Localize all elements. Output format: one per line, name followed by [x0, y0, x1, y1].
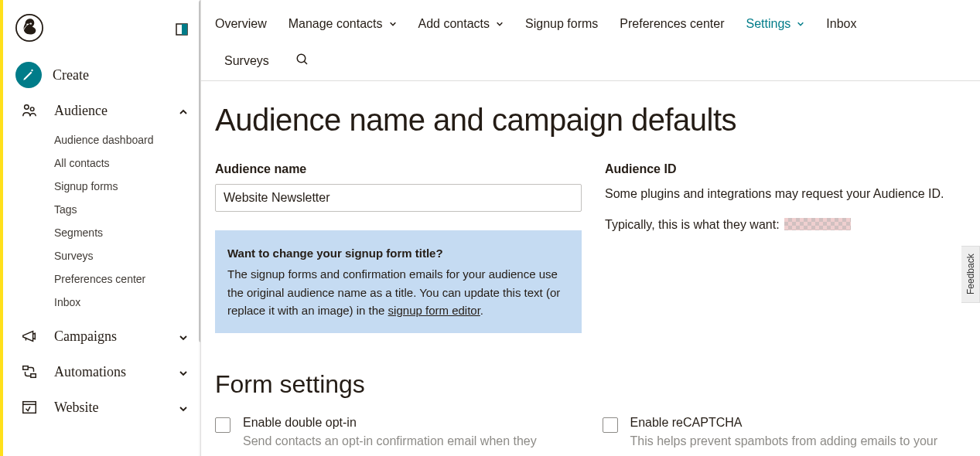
tab-inbox[interactable]: Inbox [826, 6, 867, 42]
sidebar: Create Audience Audience dashboard All c… [3, 0, 201, 456]
sidebar-section-audience[interactable]: Audience [3, 93, 200, 128]
automations-icon [20, 363, 39, 380]
sidebar-item-segments[interactable]: Segments [54, 221, 200, 244]
feedback-tab[interactable]: Feedback [961, 246, 980, 303]
chevron-up-icon [179, 106, 188, 115]
tab-label: Surveys [224, 54, 269, 68]
tab-add-contacts[interactable]: Add contacts [418, 6, 515, 42]
recaptcha-checkbox[interactable] [603, 417, 618, 433]
audience-id-label: Audience ID [605, 162, 966, 176]
section-label: Automations [54, 364, 179, 380]
audience-id-prompt: Typically, this is what they want: [605, 215, 780, 235]
tab-bar: Overview Manage contacts Add contacts Si… [201, 0, 980, 81]
sidebar-item-signup-forms[interactable]: Signup forms [54, 175, 200, 198]
sidebar-item-all-contacts[interactable]: All contacts [54, 151, 200, 175]
chevron-down-icon [389, 17, 397, 31]
recaptcha-label: Enable reCAPTCHA [630, 416, 938, 430]
tab-label: Settings [746, 17, 791, 31]
audience-id-value-redacted [784, 218, 851, 230]
pencil-icon [15, 62, 42, 88]
info-box: Want to change your signup form title? T… [215, 230, 582, 333]
tab-label: Inbox [826, 17, 856, 31]
main-content: Overview Manage contacts Add contacts Si… [201, 0, 980, 456]
sidebar-item-preferences-center[interactable]: Preferences center [54, 267, 200, 291]
section-label: Campaigns [54, 328, 179, 345]
chevron-down-icon [179, 367, 188, 376]
chevron-down-icon [496, 17, 504, 31]
audience-name-label: Audience name [215, 162, 582, 176]
chevron-down-icon [179, 403, 188, 412]
audience-icon [20, 102, 39, 119]
tab-preferences-center[interactable]: Preferences center [620, 6, 735, 42]
svg-point-5 [25, 105, 29, 110]
svg-rect-7 [23, 366, 28, 370]
audience-id-desc: Some plugins and integrations may reques… [605, 184, 966, 204]
svg-point-10 [297, 54, 306, 63]
info-box-title: Want to change your signup form title? [227, 244, 569, 262]
recaptcha-desc: This helps prevent spambots from adding … [630, 434, 938, 448]
tab-label: Preferences center [620, 17, 724, 31]
tab-label: Add contacts [418, 17, 490, 31]
svg-point-6 [30, 107, 34, 111]
svg-rect-4 [182, 24, 187, 35]
tab-surveys[interactable]: Surveys [224, 43, 280, 79]
audience-subitems: Audience dashboard All contacts Signup f… [3, 128, 200, 318]
search-icon [295, 53, 309, 70]
info-box-suffix: . [480, 304, 483, 317]
double-opt-in-checkbox[interactable] [215, 417, 230, 433]
chevron-down-icon [179, 332, 188, 341]
audience-name-input[interactable] [215, 184, 582, 212]
create-button[interactable]: Create [3, 57, 200, 93]
page-title: Audience name and campaign defaults [215, 103, 966, 138]
tab-label: Manage contacts [289, 17, 383, 31]
website-icon [20, 399, 39, 416]
double-opt-in-desc: Send contacts an opt-in confirmation ema… [243, 434, 537, 448]
tab-signup-forms[interactable]: Signup forms [525, 6, 609, 42]
form-settings-title: Form settings [215, 370, 966, 399]
sidebar-item-audience-dashboard[interactable]: Audience dashboard [54, 128, 200, 151]
sidebar-item-surveys[interactable]: Surveys [54, 244, 200, 267]
tab-overview[interactable]: Overview [215, 6, 278, 42]
section-label: Website [54, 400, 179, 416]
collapse-sidebar-icon[interactable] [176, 23, 188, 36]
sidebar-section-automations[interactable]: Automations [3, 354, 200, 390]
tab-settings[interactable]: Settings [746, 6, 816, 42]
double-opt-in-label: Enable double opt-in [243, 416, 537, 430]
svg-point-1 [30, 22, 32, 24]
sidebar-item-tags[interactable]: Tags [54, 198, 200, 221]
mailchimp-logo[interactable] [15, 14, 43, 45]
svg-rect-8 [31, 374, 36, 378]
sidebar-section-campaigns[interactable]: Campaigns [3, 318, 200, 354]
tab-label: Overview [215, 17, 267, 31]
sidebar-item-inbox[interactable]: Inbox [54, 291, 200, 314]
sidebar-section-website[interactable]: Website [3, 390, 200, 425]
chevron-down-icon [797, 17, 804, 31]
search-button[interactable] [291, 42, 320, 80]
tab-label: Signup forms [525, 17, 598, 31]
tab-manage-contacts[interactable]: Manage contacts [289, 6, 408, 42]
section-label: Audience [54, 103, 179, 119]
campaigns-icon [20, 328, 39, 345]
create-label: Create [53, 67, 89, 83]
signup-form-editor-link[interactable]: signup form editor [388, 304, 480, 317]
